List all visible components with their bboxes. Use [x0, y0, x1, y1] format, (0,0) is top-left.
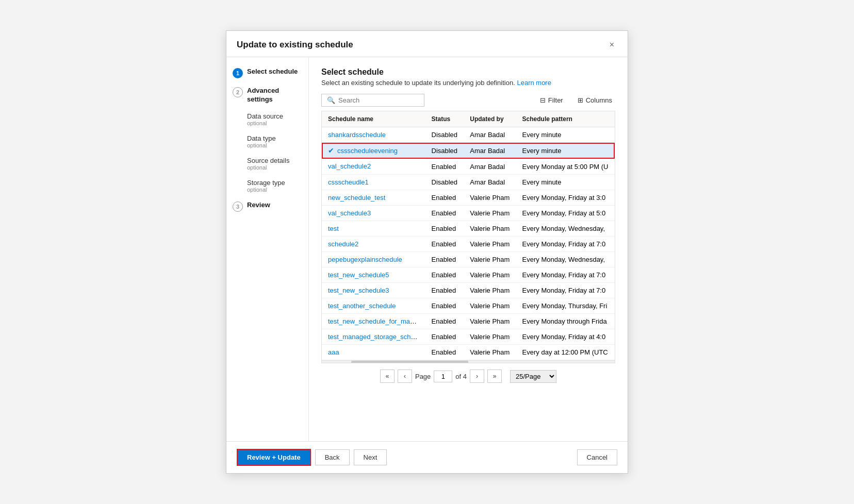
table-row[interactable]: new_schedule_testEnabledValerie PhamEver… [322, 190, 615, 205]
schedule-name-link[interactable]: shankardsschedule [328, 131, 386, 139]
table-row[interactable]: ✔cssscheduleeveningDisabledAmar BadalEve… [322, 143, 615, 159]
step-3-number: 3 [233, 201, 243, 212]
cell-schedule-name[interactable]: shankardsschedule [322, 127, 425, 143]
cell-status: Disabled [425, 127, 464, 143]
filter-icon: ⊟ [540, 96, 546, 104]
cell-schedule-pattern: Every Monday through Frida [516, 313, 615, 329]
schedule-name-link[interactable]: val_schedule3 [328, 209, 371, 217]
learn-more-link[interactable]: Learn more [517, 79, 551, 87]
sidebar-step-3[interactable]: 3 Review [233, 201, 302, 212]
sidebar-step-2[interactable]: 2 Advanced settings [233, 87, 302, 104]
cell-schedule-name[interactable]: test_new_schedule3 [322, 282, 425, 298]
cell-schedule-pattern: Every Monday, Friday at 7:0 [516, 267, 615, 282]
table-row[interactable]: aaaEnabledValerie PhamEvery day at 12:00… [322, 344, 615, 360]
table-row[interactable]: test_new_schedule5EnabledValerie PhamEve… [322, 267, 615, 282]
cell-schedule-name[interactable]: ✔cssscheduleevening [322, 143, 425, 159]
first-page-button[interactable]: « [380, 369, 395, 383]
table-row[interactable]: test_new_schedule_for_manage...EnabledVa… [322, 313, 615, 329]
cell-status: Enabled [425, 190, 464, 205]
cell-updated-by: Valerie Pham [464, 329, 516, 344]
schedule-name-link[interactable]: val_schedule2 [328, 162, 371, 170]
cell-updated-by: Valerie Pham [464, 267, 516, 282]
cell-schedule-pattern: Every Monday, Wednesday, [516, 221, 615, 236]
schedule-name-link[interactable]: cssscheudle1 [328, 178, 369, 186]
cell-schedule-name[interactable]: test_new_schedule5 [322, 267, 425, 282]
close-button[interactable]: × [606, 39, 617, 51]
search-box[interactable]: 🔍 [321, 94, 424, 107]
cell-schedule-pattern: Every Monday, Friday at 4:0 [516, 329, 615, 344]
table-row[interactable]: cssscheudle1DisabledAmar BadalEvery minu… [322, 174, 615, 190]
cancel-button[interactable]: Cancel [577, 449, 617, 465]
cell-schedule-pattern: Every Monday, Friday at 7:0 [516, 282, 615, 298]
prev-page-button[interactable]: ‹ [398, 369, 412, 383]
back-button[interactable]: Back [315, 449, 350, 465]
cell-schedule-name[interactable]: test_another_schedule [322, 298, 425, 313]
horizontal-scrollbar[interactable] [322, 360, 615, 364]
cell-updated-by: Valerie Pham [464, 205, 516, 221]
cell-schedule-pattern: Every Monday, Thursday, Fri [516, 298, 615, 313]
columns-button[interactable]: ⊞ Columns [574, 94, 615, 106]
last-page-button[interactable]: » [487, 369, 502, 383]
page-input[interactable] [434, 371, 452, 382]
dialog-header: Update to existing schedule × [226, 31, 628, 57]
table-row[interactable]: testEnabledValerie PhamEvery Monday, Wed… [322, 221, 615, 236]
table-row[interactable]: shankardsscheduleDisabledAmar BadalEvery… [322, 127, 615, 143]
table-row[interactable]: val_schedule2EnabledAmar BadalEvery Mond… [322, 159, 615, 174]
cell-schedule-pattern: Every Monday, Wednesday, [516, 251, 615, 267]
table-row[interactable]: test_new_schedule3EnabledValerie PhamEve… [322, 282, 615, 298]
cell-status: Enabled [425, 251, 464, 267]
schedule-name-link[interactable]: aaa [328, 348, 339, 356]
cell-schedule-pattern: Every Monday, Friday at 3:0 [516, 190, 615, 205]
cell-schedule-name[interactable]: test [322, 221, 425, 236]
cell-status: Enabled [425, 313, 464, 329]
schedule-name-link[interactable]: pepebugexplainschedule [328, 256, 402, 263]
sidebar-item-datatype: Data type optional [233, 135, 302, 148]
search-input[interactable] [338, 96, 419, 104]
next-page-button[interactable]: › [470, 369, 484, 383]
pagination: « ‹ Page of 4 › » 25/Page 50/Page 100/Pa… [321, 363, 615, 387]
cell-schedule-pattern: Every Monday, Friday at 7:0 [516, 236, 615, 251]
storagetype-sub: optional [247, 187, 302, 193]
schedule-name-link[interactable]: test_managed_storage_schedule [328, 333, 425, 341]
cell-schedule-name[interactable]: test_managed_storage_schedule [322, 329, 425, 344]
datasource-label: Data source [247, 112, 302, 120]
dialog-body: 1 Select schedule 2 Advanced settings Da… [226, 57, 628, 441]
table-row[interactable]: test_managed_storage_scheduleEnabledVale… [322, 329, 615, 344]
table-row[interactable]: test_another_scheduleEnabledValerie Pham… [322, 298, 615, 313]
col-header-pattern: Schedule pattern [516, 111, 615, 127]
schedule-name-link[interactable]: schedule2 [328, 240, 358, 248]
table-row[interactable]: schedule2EnabledValerie PhamEvery Monday… [322, 236, 615, 251]
cell-updated-by: Valerie Pham [464, 344, 516, 360]
dialog-title: Update to existing schedule [237, 40, 353, 50]
cell-schedule-name[interactable]: aaa [322, 344, 425, 360]
cell-schedule-name[interactable]: new_schedule_test [322, 190, 425, 205]
review-update-button[interactable]: Review + Update [237, 449, 311, 466]
sidebar-item-sourcedetails: Source details optional [233, 157, 302, 171]
table-row[interactable]: val_schedule3EnabledValerie PhamEvery Mo… [322, 205, 615, 221]
schedule-name-link[interactable]: test_new_schedule_for_manage... [328, 317, 425, 325]
cell-schedule-name[interactable]: schedule2 [322, 236, 425, 251]
schedule-name-link[interactable]: test [328, 225, 339, 232]
cell-schedule-name[interactable]: cssscheudle1 [322, 174, 425, 190]
filter-button[interactable]: ⊟ Filter [537, 94, 566, 106]
cell-schedule-name[interactable]: test_new_schedule_for_manage... [322, 313, 425, 329]
schedule-table: Schedule name Status Updated by Schedule… [322, 111, 615, 360]
per-page-select[interactable]: 25/Page 50/Page 100/Page [510, 370, 556, 383]
cell-schedule-name[interactable]: pepebugexplainschedule [322, 251, 425, 267]
of-label: of 4 [455, 373, 467, 380]
schedule-name-link[interactable]: cssscheduleevening [337, 147, 398, 155]
cell-schedule-name[interactable]: val_schedule2 [322, 159, 425, 174]
cell-schedule-name[interactable]: val_schedule3 [322, 205, 425, 221]
next-button[interactable]: Next [354, 449, 387, 465]
cell-updated-by: Valerie Pham [464, 313, 516, 329]
schedule-name-link[interactable]: test_new_schedule5 [328, 271, 389, 279]
table-row[interactable]: pepebugexplainscheduleEnabledValerie Pha… [322, 251, 615, 267]
schedule-name-link[interactable]: new_schedule_test [328, 194, 385, 201]
filter-label: Filter [548, 96, 563, 104]
sidebar-step-1[interactable]: 1 Select schedule [233, 68, 302, 78]
schedule-name-link[interactable]: test_new_schedule3 [328, 287, 389, 294]
step-2-number: 2 [233, 87, 243, 97]
schedule-name-link[interactable]: test_another_schedule [328, 302, 396, 310]
sourcedetails-label: Source details [247, 157, 302, 164]
col-header-updated: Updated by [464, 111, 516, 127]
